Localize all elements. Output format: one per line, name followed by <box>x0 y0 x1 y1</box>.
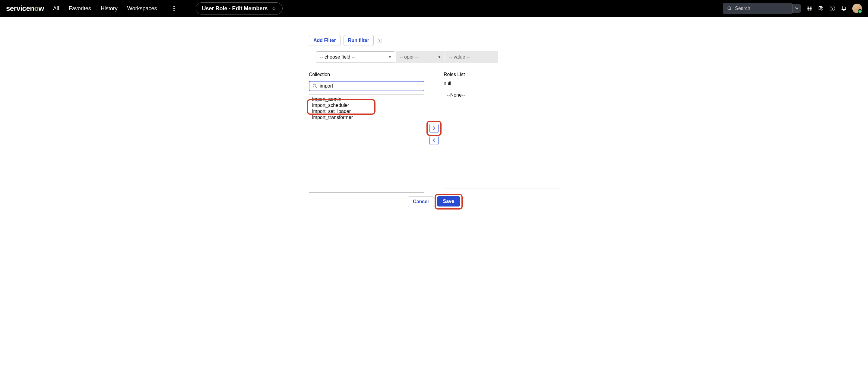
filter-buttons: Add Filter Run filter ? <box>309 35 559 46</box>
content: Add Filter Run filter ? -- choose field … <box>309 35 559 207</box>
list-item[interactable]: import_transformer <box>309 114 424 120</box>
list-item[interactable]: import_scheduler <box>309 102 424 108</box>
save-button[interactable]: Save <box>437 196 460 206</box>
slushbucket: Collection import_admin import_scheduler… <box>309 72 559 193</box>
svg-line-11 <box>315 87 317 88</box>
roles-listbox[interactable]: --None-- <box>444 90 559 188</box>
list-item[interactable]: import_admin <box>309 96 424 102</box>
global-search-input[interactable]: Search <box>723 3 792 14</box>
condition-field-placeholder: -- choose field -- <box>320 54 355 60</box>
move-buttons <box>430 124 438 145</box>
nav-favorites[interactable]: Favorites <box>69 5 91 12</box>
logo-text-n: n <box>30 4 34 13</box>
globe-icon[interactable] <box>806 5 812 11</box>
collection-label: Collection <box>309 72 424 77</box>
search-icon <box>312 84 317 88</box>
move-right-wrap <box>430 124 438 133</box>
roles-label: Roles List <box>444 72 559 77</box>
list-item[interactable]: import_set_loader <box>309 108 424 114</box>
svg-point-2 <box>174 10 175 11</box>
list-item[interactable]: --None-- <box>444 92 559 98</box>
run-filter-button[interactable]: Run filter <box>343 35 374 46</box>
bell-icon[interactable] <box>841 5 847 11</box>
collection-column: Collection import_admin import_scheduler… <box>309 72 424 193</box>
main: Add Filter Run filter ? -- choose field … <box>0 17 868 225</box>
roles-column: Roles List null --None-- <box>444 72 559 193</box>
add-filter-button[interactable]: Add Filter <box>309 35 341 46</box>
header-right: Search <box>723 3 862 14</box>
logo[interactable]: servicenow <box>6 4 44 13</box>
condition-oper-placeholder: -- oper -- <box>400 54 418 60</box>
collection-search-wrap <box>309 81 424 91</box>
avatar[interactable] <box>852 4 862 13</box>
svg-point-9 <box>832 10 832 10</box>
condition-row: -- choose field -- ▼ -- oper -- ▼ -- val… <box>309 51 559 63</box>
top-header: servicenow All Favorites History Workspa… <box>0 0 868 17</box>
svg-point-3 <box>728 7 731 9</box>
cancel-button[interactable]: Cancel <box>408 196 434 207</box>
svg-point-1 <box>174 8 175 9</box>
page-title: User Role - Edit Members <box>202 5 268 12</box>
search-placeholder: Search <box>735 6 750 11</box>
logo-text-w: w <box>39 4 44 13</box>
search-dropdown-icon[interactable] <box>792 4 801 13</box>
svg-point-0 <box>174 6 175 7</box>
help-icon[interactable] <box>829 5 835 11</box>
logo-text-service: service <box>6 4 30 13</box>
footer-buttons: Cancel Save <box>309 196 559 207</box>
global-search: Search <box>723 3 801 14</box>
svg-line-4 <box>730 9 732 10</box>
collection-search-input[interactable] <box>320 83 421 89</box>
nav: All Favorites History Workspaces <box>53 5 178 12</box>
condition-field-select[interactable]: -- choose field -- ▼ <box>316 51 395 63</box>
chat-icon[interactable] <box>818 5 824 11</box>
filter-help-icon[interactable]: ? <box>377 38 382 43</box>
condition-value-placeholder: -- value -- <box>449 54 470 60</box>
nav-workspaces[interactable]: Workspaces <box>127 5 157 12</box>
nav-history[interactable]: History <box>101 5 118 12</box>
chevron-down-icon: ▼ <box>388 55 392 59</box>
condition-operator-select[interactable]: -- oper -- ▼ <box>396 51 444 63</box>
save-wrap: Save <box>437 196 460 207</box>
nav-more-icon[interactable] <box>170 6 178 11</box>
roles-null-text: null <box>444 81 559 86</box>
favorite-star-icon[interactable]: ☆ <box>272 5 276 12</box>
condition-value-input[interactable]: -- value -- <box>445 51 498 63</box>
move-right-button[interactable] <box>430 124 438 133</box>
chevron-down-icon: ▼ <box>438 55 441 59</box>
page-title-pill: User Role - Edit Members ☆ <box>196 2 283 14</box>
svg-point-10 <box>313 84 316 87</box>
collection-listbox[interactable]: import_admin import_scheduler import_set… <box>309 94 424 193</box>
nav-all[interactable]: All <box>53 5 59 12</box>
move-left-button[interactable] <box>430 136 438 145</box>
logo-text-o: o <box>34 4 38 13</box>
